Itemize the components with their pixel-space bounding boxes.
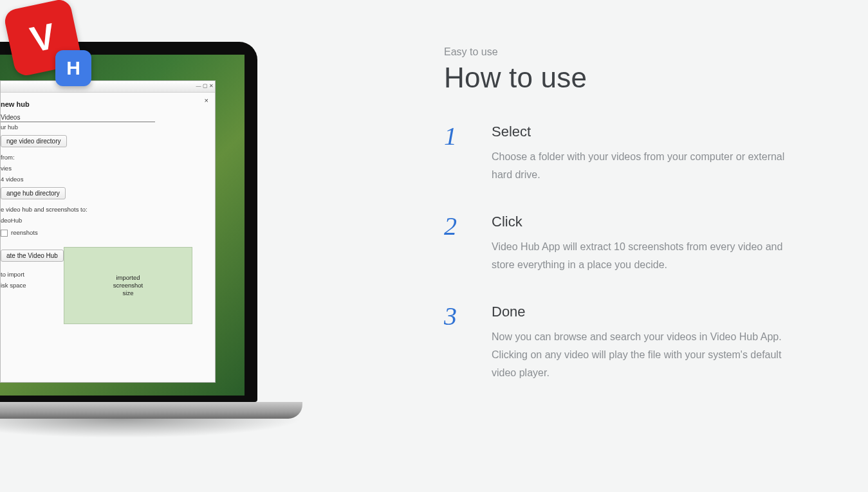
section-headline: How to use [444,62,804,94]
step-number: 3 [444,304,463,382]
step-description: Video Hub App will extract 10 screenshot… [492,238,804,274]
source-count: 4 videos [1,176,208,183]
step-description: Now you can browse and search your video… [492,328,804,382]
step-3: 3 Done Now you can browse and search you… [444,304,804,382]
app-window: — ▢ ✕ × new hub ur hub nge video directo… [0,80,216,383]
close-icon[interactable]: × [205,96,208,104]
how-to-section: Easy to use How to use 1 Select Choose a… [444,46,804,412]
change-video-directory-button[interactable]: nge video directory [1,135,67,147]
step-2: 2 Click Video Hub App will extract 10 sc… [444,214,804,274]
step-1: 1 Select Choose a folder with your video… [444,123,804,184]
screenshots-checkbox[interactable] [1,230,8,237]
step-number: 1 [444,123,463,184]
laptop-base [0,402,302,434]
laptop-mockup: — ▢ ✕ × new hub ur hub nge video directo… [0,0,302,450]
save-dest-path: deoHub [1,217,208,224]
step-title: Select [492,123,804,140]
step-title: Click [492,214,804,230]
laptop-bezel: — ▢ ✕ × new hub ur hub nge video directo… [0,42,257,402]
source-path: vies [1,165,208,172]
save-dest-label: e video hub and screenshots to: [1,206,208,213]
change-hub-directory-button[interactable]: ange hub directory [1,187,66,199]
create-hub-button[interactable]: ate the Video Hub [1,250,64,262]
screenshot-size-preview: imported screenshot size [64,247,192,324]
step-number: 2 [444,214,463,274]
hub-name-input[interactable] [1,113,155,122]
source-from-label: from: [1,154,208,161]
step-description: Choose a folder with your videos from yo… [492,148,804,184]
preview-text: imported screenshot size [113,274,143,297]
screenshots-row: reenshots [1,229,208,237]
app-titlebar: — ▢ ✕ [1,81,215,93]
window-controls[interactable]: — ▢ ✕ [188,81,214,90]
step-title: Done [492,304,804,320]
wizard-title: new hub [1,100,208,108]
hub-name-hint: ur hub [1,123,208,131]
laptop-screen: — ▢ ✕ × new hub ur hub nge video directo… [0,55,245,396]
section-eyebrow: Easy to use [444,46,804,58]
